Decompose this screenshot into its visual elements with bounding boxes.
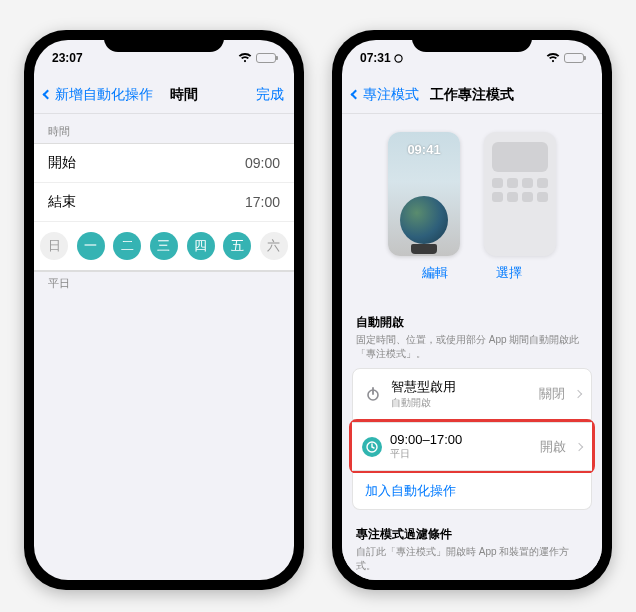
day-thu[interactable]: 四	[187, 232, 215, 260]
nav-done[interactable]: 完成	[214, 86, 284, 104]
day-wed[interactable]: 三	[150, 232, 178, 260]
nav-bar: 新增自動化操作 時間 完成	[34, 76, 294, 114]
schedule-value: 開啟	[540, 438, 566, 456]
day-row: 日 一 二 三 四 五 六	[34, 222, 294, 271]
preview-labels: 編輯 選擇	[342, 264, 602, 298]
status-time: 23:07	[52, 51, 83, 65]
lockscreen-clock: 09:41	[388, 142, 460, 157]
highlight-schedule: 09:00–17:00 平日 開啟	[349, 419, 595, 474]
day-sat[interactable]: 六	[260, 232, 288, 260]
nav-back[interactable]: 新增自動化操作	[44, 86, 153, 104]
day-mon[interactable]: 一	[77, 232, 105, 260]
section-head-auto: 自動開啟	[342, 298, 602, 333]
focus-indicator-icon	[394, 54, 403, 63]
nav-back-label: 專注模式	[363, 86, 419, 104]
clock-icon	[362, 437, 382, 457]
content-left: 時間 開始 09:00 結束 17:00 日 一 二 三 四 五 六	[34, 114, 294, 580]
preview-row: 09:41	[342, 114, 602, 264]
svg-point-0	[395, 55, 402, 62]
smart-sub: 自動開啟	[391, 396, 531, 410]
start-value: 09:00	[245, 155, 280, 171]
foot-label: 平日	[34, 272, 294, 295]
end-value: 17:00	[245, 194, 280, 210]
notch	[412, 30, 532, 52]
day-tue[interactable]: 二	[113, 232, 141, 260]
chevron-left-icon	[43, 90, 53, 100]
wifi-icon	[238, 53, 252, 63]
add-automation-link[interactable]: 加入自動化操作	[352, 473, 592, 510]
smart-value: 關閉	[539, 385, 565, 403]
status-icons	[238, 53, 276, 63]
auto-group-top: 智慧型啟用 自動開啟 關閉	[352, 368, 592, 420]
day-fri[interactable]: 五	[223, 232, 251, 260]
section-sub-auto: 固定時間、位置，或使用部分 App 期間自動開啟此「專注模式」。	[342, 333, 602, 368]
chevron-left-icon	[351, 90, 361, 100]
schedule-sub: 平日	[390, 447, 532, 461]
nav-title: 時間	[170, 86, 198, 104]
section-label-time: 時間	[34, 114, 294, 143]
wifi-icon	[546, 53, 560, 63]
schedule-cell[interactable]: 09:00–17:00 平日 開啟	[352, 423, 592, 470]
section-sub-filter: 自訂此「專注模式」開啟時 App 和裝置的運作方式。	[342, 545, 602, 580]
nav-title: 工作專注模式	[430, 86, 514, 104]
nav-back-label: 新增自動化操作	[55, 86, 153, 104]
section-head-filter: 專注模式過濾條件	[342, 510, 602, 545]
widget-placeholder	[492, 142, 548, 172]
time-group: 開始 09:00 結束 17:00 日 一 二 三 四 五 六	[34, 143, 294, 272]
choose-link[interactable]: 選擇	[496, 264, 522, 282]
day-sun[interactable]: 日	[40, 232, 68, 260]
screen-left: 23:07 新增自動化操作 時間 完成 時間 開始 09:00	[34, 40, 294, 580]
battery-icon	[564, 53, 584, 63]
homescreen-icons	[492, 178, 548, 202]
phone-right: 07:31 專注模式 工作專注模式 09:41	[332, 30, 612, 590]
edit-link[interactable]: 編輯	[422, 264, 448, 282]
start-label: 開始	[48, 154, 76, 172]
smart-label: 智慧型啟用	[391, 378, 531, 396]
notch	[104, 30, 224, 52]
globe-icon	[400, 196, 448, 244]
status-time: 07:31	[360, 51, 403, 65]
chevron-right-icon	[574, 390, 582, 398]
status-icons	[546, 53, 584, 63]
nav-back[interactable]: 專注模式	[352, 86, 422, 104]
status-time-txt: 07:31	[360, 51, 391, 65]
smart-activation-cell[interactable]: 智慧型啟用 自動開啟 關閉	[353, 369, 591, 419]
screen-right: 07:31 專注模式 工作專注模式 09:41	[342, 40, 602, 580]
end-label: 結束	[48, 193, 76, 211]
homescreen-preview[interactable]	[484, 132, 556, 256]
battery-icon	[256, 53, 276, 63]
schedule-group: 09:00–17:00 平日 開啟	[352, 422, 592, 471]
phone-left: 23:07 新增自動化操作 時間 完成 時間 開始 09:00	[24, 30, 304, 590]
lockscreen-preview[interactable]: 09:41	[388, 132, 460, 256]
schedule-label: 09:00–17:00	[390, 432, 532, 447]
nav-done-label: 完成	[256, 86, 284, 104]
chevron-right-icon	[575, 442, 583, 450]
globe-stand	[411, 244, 437, 254]
end-cell[interactable]: 結束 17:00	[34, 183, 294, 222]
nav-bar: 專注模式 工作專注模式	[342, 76, 602, 114]
power-icon	[363, 384, 383, 404]
start-cell[interactable]: 開始 09:00	[34, 144, 294, 183]
content-right[interactable]: 09:41 編輯 選擇 自動開啟 固定時間、位置，或使用部分 App	[342, 114, 602, 580]
